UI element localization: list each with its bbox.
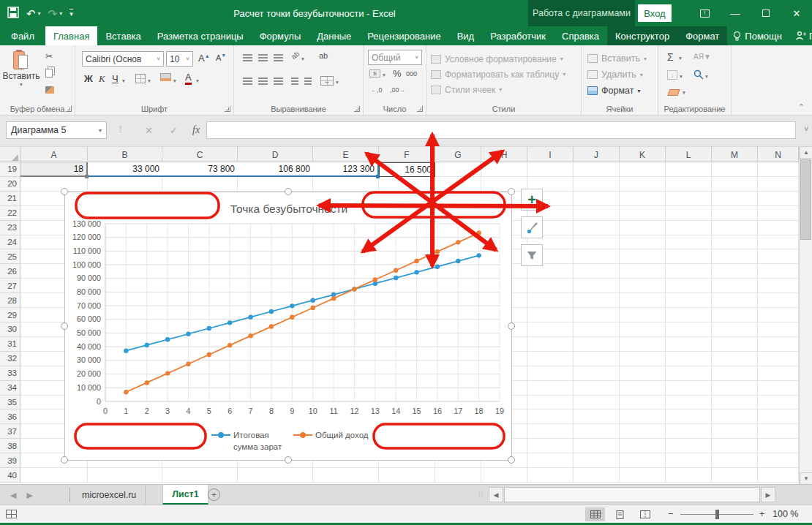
borders-icon[interactable] [135, 74, 146, 83]
tab-file[interactable]: Файл [0, 26, 45, 45]
row-header-35[interactable]: 35 [0, 396, 20, 410]
column-header-G[interactable]: G [435, 147, 481, 162]
font-color-dropdown-icon[interactable]: ▾ [196, 78, 199, 84]
column-header-B[interactable]: B [88, 147, 162, 162]
chart-handle-n[interactable] [285, 188, 292, 195]
zoom-out-icon[interactable]: − [668, 509, 673, 519]
page-break-view-button[interactable] [635, 507, 655, 521]
font-name-select[interactable]: Calibri (Основ˅ [82, 51, 164, 67]
row-header-34[interactable]: 34 [0, 381, 20, 396]
wrap-text-icon[interactable]: ab [319, 51, 328, 60]
comma-style-icon[interactable]: 000 [406, 70, 417, 78]
chart-handle-sw[interactable] [61, 456, 68, 464]
tab-Вставка[interactable]: Вставка [97, 26, 149, 45]
row-header-28[interactable]: 28 [0, 293, 20, 308]
orientation-icon[interactable]: ab [290, 50, 301, 61]
sort-filter-icon[interactable]: АЯ▼ [693, 53, 711, 61]
shrink-font-icon[interactable]: А▼ [216, 53, 226, 62]
horizontal-scrollbar[interactable] [504, 487, 760, 502]
cancel-icon[interactable]: ✕ [145, 121, 153, 139]
minimize-icon[interactable]: — [720, 0, 751, 26]
tab-Разметка страницы[interactable]: Разметка страницы [149, 26, 252, 45]
column-header-L[interactable]: L [666, 147, 712, 162]
tab-Формулы[interactable]: Формулы [252, 26, 309, 45]
font-size-select[interactable]: 10˅ [166, 51, 193, 67]
new-sheet-button[interactable]: + [208, 488, 220, 501]
formula-bar-grip[interactable]: ⁞ [119, 124, 122, 135]
percent-style-icon[interactable]: % [393, 68, 402, 79]
clipboard-dialog-launcher[interactable] [66, 106, 72, 112]
row-header-21[interactable]: 21 [0, 192, 20, 206]
assistant-tab[interactable]: Помощн [727, 31, 787, 42]
column-header-I[interactable]: I [527, 147, 574, 162]
align-middle-icon[interactable] [258, 54, 268, 61]
row-header-36[interactable]: 36 [0, 409, 20, 424]
align-left-icon[interactable] [243, 78, 252, 85]
hscroll-left-icon[interactable]: ◀ [489, 487, 503, 502]
cut-icon[interactable]: ✂ [45, 52, 53, 61]
grow-font-icon[interactable]: А▲ [198, 53, 210, 64]
row-header-23[interactable]: 23 [0, 221, 20, 235]
increase-decimal-icon[interactable]: ←,0 [371, 86, 383, 94]
customize-qat-icon[interactable]: ▾ [69, 9, 73, 18]
sheet-nav-right-icon[interactable]: ▶ [26, 491, 32, 500]
accounting-dropdown-icon[interactable]: ▾ [383, 72, 386, 78]
decrease-decimal-icon[interactable]: ,00→ [390, 86, 405, 94]
maximize-icon[interactable] [751, 0, 781, 26]
ribbon-display-options-icon[interactable]: ↑ [689, 0, 720, 26]
page-layout-view-button[interactable] [610, 507, 630, 521]
styles-item[interactable]: Условное форматирование▾ [426, 51, 581, 67]
column-header-E[interactable]: E [313, 147, 379, 162]
paste-button[interactable]: Вставить▾ [4, 49, 38, 100]
alignment-dialog-launcher[interactable] [354, 106, 360, 112]
column-header-A[interactable]: A [20, 147, 88, 162]
format-painter-icon[interactable] [45, 86, 54, 94]
row-header-31[interactable]: 31 [0, 337, 20, 352]
tab-Разработчик[interactable]: Разработчик [482, 26, 554, 45]
zoom-in-icon[interactable]: + [759, 509, 764, 519]
sheet-tab-Лист1[interactable]: Лист1 [162, 485, 208, 505]
row-header-38[interactable]: 38 [0, 439, 20, 453]
cell-C19[interactable]: 73 800 [162, 162, 238, 177]
styles-item[interactable]: Стили ячеек▾ [426, 82, 581, 97]
fill-down-icon[interactable]: ↓ [667, 70, 677, 80]
clear-icon[interactable] [667, 89, 680, 96]
font-color-icon[interactable]: А [185, 72, 192, 85]
cell-F19[interactable]: 16 500 [379, 162, 435, 177]
name-box-dropdown-icon[interactable]: ▾ [99, 127, 102, 134]
cell-E19[interactable]: 123 300 [313, 162, 379, 177]
column-header-K[interactable]: K [620, 147, 666, 162]
row-header-33[interactable]: 33 [0, 366, 20, 381]
collapse-ribbon-icon[interactable]: ⌃ [798, 102, 805, 112]
autosum-dropdown-icon[interactable]: ▾ [679, 55, 682, 61]
tab-Формат[interactable]: Формат [677, 26, 727, 45]
tab-Данные[interactable]: Данные [309, 26, 359, 45]
cells-item[interactable]: Формат▾ [582, 83, 658, 99]
find-select-icon[interactable] [693, 69, 704, 83]
number-format-select[interactable]: Общий˅ [368, 50, 422, 65]
share-tab[interactable]: Поделиться [790, 31, 812, 42]
chart[interactable]: 012345678910111213141516171819010 00020 … [64, 192, 512, 461]
redo-icon[interactable]: ↷ [48, 8, 58, 19]
tab-Рецензирование[interactable]: Рецензирование [359, 26, 448, 45]
column-header-J[interactable]: J [574, 147, 620, 162]
font-dialog-launcher[interactable] [225, 106, 230, 112]
name-box[interactable]: Диаграмма 5▾ [6, 121, 107, 139]
chart-handle-e[interactable] [508, 322, 515, 330]
insert-function-icon[interactable]: fx [192, 121, 200, 139]
row-header-24[interactable]: 24 [0, 235, 20, 250]
tab-Главная[interactable]: Главная [45, 26, 97, 45]
find-dropdown-icon[interactable]: ▾ [705, 73, 708, 80]
column-header-F[interactable]: F [379, 147, 435, 162]
italic-button[interactable]: К [99, 73, 105, 85]
row-header-27[interactable]: 27 [0, 279, 20, 293]
formula-input[interactable] [206, 121, 796, 139]
row-header-26[interactable]: 26 [0, 264, 20, 279]
cell-D19[interactable]: 106 800 [238, 162, 313, 177]
range-handle-grey[interactable] [85, 175, 89, 178]
chart-handle-nw[interactable] [61, 188, 68, 195]
increase-indent-icon[interactable] [304, 78, 312, 85]
clear-dropdown-icon[interactable]: ▾ [683, 89, 685, 96]
sheet-nav-left-icon[interactable]: ◀ [10, 491, 16, 500]
zoom-level[interactable]: 100 % [772, 509, 798, 519]
